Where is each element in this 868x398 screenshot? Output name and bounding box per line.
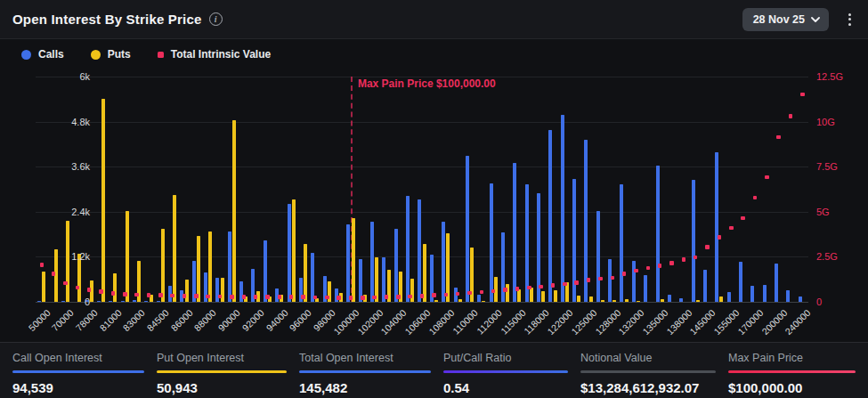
intrinsic-value-dot[interactable]: [111, 291, 116, 296]
intrinsic-value-dot[interactable]: [729, 226, 734, 231]
intrinsic-value-dot[interactable]: [420, 294, 425, 298]
call-bar[interactable]: [477, 295, 481, 302]
intrinsic-value-dot[interactable]: [76, 286, 80, 290]
intrinsic-value-dot[interactable]: [52, 272, 56, 276]
expiry-date-dropdown[interactable]: 28 Nov 25: [742, 8, 829, 31]
intrinsic-value-dot[interactable]: [372, 296, 377, 300]
call-bar[interactable]: [144, 301, 148, 302]
intrinsic-value-dot[interactable]: [218, 295, 223, 299]
more-options-icon[interactable]: [841, 10, 857, 29]
put-bar[interactable]: [292, 199, 296, 303]
intrinsic-value-dot[interactable]: [682, 257, 686, 262]
intrinsic-value-dot[interactable]: [776, 135, 781, 140]
call-bar[interactable]: [394, 229, 398, 302]
put-bar[interactable]: [589, 296, 593, 302]
put-bar[interactable]: [446, 233, 450, 302]
put-bar[interactable]: [601, 300, 604, 303]
put-bar[interactable]: [113, 273, 117, 302]
intrinsic-value-dot[interactable]: [87, 288, 92, 292]
intrinsic-value-dot[interactable]: [123, 292, 127, 296]
intrinsic-value-dot[interactable]: [230, 295, 234, 299]
intrinsic-value-dot[interactable]: [527, 286, 531, 290]
put-bar[interactable]: [42, 272, 45, 302]
call-bar[interactable]: [311, 253, 314, 302]
intrinsic-value-dot[interactable]: [611, 276, 615, 280]
put-bar[interactable]: [208, 231, 212, 302]
intrinsic-value-dot[interactable]: [718, 235, 722, 240]
put-bar[interactable]: [304, 244, 307, 302]
call-bar[interactable]: [632, 261, 636, 302]
intrinsic-value-dot[interactable]: [503, 288, 507, 292]
call-bar[interactable]: [739, 262, 742, 302]
legend-item-intrinsic[interactable]: Total Intrinsic Value: [158, 48, 271, 61]
put-bar[interactable]: [197, 236, 200, 302]
intrinsic-value-dot[interactable]: [658, 264, 662, 268]
intrinsic-value-dot[interactable]: [278, 295, 282, 299]
call-bar[interactable]: [370, 222, 374, 302]
intrinsic-value-dot[interactable]: [40, 263, 45, 267]
intrinsic-value-dot[interactable]: [515, 287, 520, 291]
call-bar[interactable]: [264, 240, 267, 302]
call-bar[interactable]: [525, 184, 529, 302]
call-bar[interactable]: [656, 166, 660, 302]
intrinsic-value-dot[interactable]: [206, 295, 210, 299]
call-bar[interactable]: [418, 199, 421, 302]
intrinsic-value-dot[interactable]: [551, 283, 556, 288]
intrinsic-value-dot[interactable]: [789, 114, 793, 118]
call-bar[interactable]: [442, 222, 445, 302]
intrinsic-value-dot[interactable]: [361, 296, 365, 300]
call-bar[interactable]: [288, 204, 291, 302]
call-bar[interactable]: [644, 275, 647, 302]
info-icon[interactable]: i: [209, 12, 223, 26]
call-bar[interactable]: [97, 301, 101, 302]
call-bar[interactable]: [513, 163, 516, 302]
call-bar[interactable]: [763, 285, 767, 302]
intrinsic-value-dot[interactable]: [587, 278, 591, 282]
intrinsic-value-dot[interactable]: [574, 280, 579, 285]
call-bar[interactable]: [490, 183, 493, 302]
put-bar[interactable]: [126, 211, 129, 302]
intrinsic-value-dot[interactable]: [765, 175, 769, 180]
put-bar[interactable]: [458, 299, 462, 302]
call-bar[interactable]: [61, 301, 65, 302]
call-bar[interactable]: [679, 298, 683, 302]
put-bar[interactable]: [696, 300, 700, 303]
put-bar[interactable]: [66, 221, 69, 303]
intrinsic-value-dot[interactable]: [396, 295, 401, 299]
put-bar[interactable]: [541, 291, 545, 302]
call-bar[interactable]: [786, 290, 790, 302]
intrinsic-value-dot[interactable]: [337, 296, 341, 300]
legend-item-calls[interactable]: Calls: [21, 48, 64, 61]
intrinsic-value-dot[interactable]: [289, 295, 294, 299]
intrinsic-value-dot[interactable]: [694, 256, 698, 260]
intrinsic-value-dot[interactable]: [194, 294, 199, 298]
call-bar[interactable]: [548, 130, 552, 302]
put-bar[interactable]: [637, 301, 640, 302]
intrinsic-value-dot[interactable]: [147, 293, 151, 297]
put-bar[interactable]: [554, 290, 557, 302]
intrinsic-value-dot[interactable]: [480, 290, 484, 295]
call-bar[interactable]: [239, 281, 243, 302]
call-bar[interactable]: [703, 270, 707, 303]
put-bar[interactable]: [612, 300, 616, 302]
intrinsic-value-dot[interactable]: [622, 272, 627, 276]
intrinsic-value-dot[interactable]: [646, 266, 651, 271]
put-bar[interactable]: [173, 195, 176, 302]
intrinsic-value-dot[interactable]: [301, 295, 305, 299]
intrinsic-value-dot[interactable]: [491, 289, 496, 294]
intrinsic-value-dot[interactable]: [325, 296, 329, 300]
intrinsic-value-dot[interactable]: [539, 285, 543, 289]
call-bar[interactable]: [692, 180, 695, 303]
call-bar[interactable]: [715, 152, 718, 302]
intrinsic-value-dot[interactable]: [408, 295, 412, 299]
call-bar[interactable]: [406, 196, 410, 302]
intrinsic-value-dot[interactable]: [444, 293, 449, 297]
put-bar[interactable]: [410, 279, 414, 302]
put-bar[interactable]: [506, 284, 509, 302]
plot-area[interactable]: Max Pain Price $100,000.0050000700007800…: [36, 77, 808, 302]
call-bar[interactable]: [346, 224, 350, 302]
intrinsic-value-dot[interactable]: [63, 281, 68, 286]
intrinsic-value-dot[interactable]: [99, 289, 103, 294]
call-bar[interactable]: [466, 156, 469, 302]
put-bar[interactable]: [185, 280, 189, 302]
